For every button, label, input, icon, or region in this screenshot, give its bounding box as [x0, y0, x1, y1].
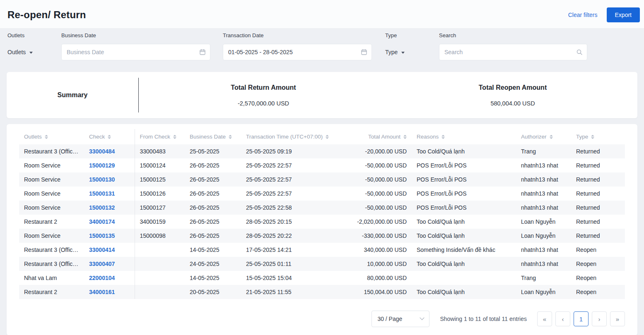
cell-authorizer: nhatnh13 nhat — [516, 187, 571, 201]
column-header-reasons[interactable]: Reasons — [412, 129, 516, 144]
search-icon — [576, 49, 583, 55]
cell-type: Returned — [571, 144, 625, 158]
column-header-check[interactable]: Check — [84, 129, 135, 144]
cell-business-date: 24-05-2025 — [185, 257, 241, 271]
cell-reasons: Too Cold/Quá lạnh — [412, 215, 516, 229]
sort-icon[interactable] — [229, 135, 232, 139]
check-link[interactable]: 33000407 — [89, 261, 115, 267]
cell-check: 15000131 — [84, 187, 135, 201]
cell-check: 15000129 — [84, 158, 135, 172]
outlets-select[interactable]: Outlets — [7, 44, 61, 60]
cell-total-amount: 10,000.00 USD — [350, 257, 412, 271]
clear-filters-link[interactable]: Clear filters — [568, 12, 598, 18]
table-row: Room Service 15000130 15000125 26-05-202… — [19, 172, 625, 187]
column-header-type[interactable]: Type — [571, 129, 625, 144]
cell-total-amount: -50,000.00 USD — [350, 187, 412, 201]
cell-reasons: POS Error/Lỗi POS — [412, 172, 516, 187]
check-link[interactable]: 34000174 — [89, 218, 115, 225]
check-link[interactable]: 15000130 — [89, 176, 115, 183]
business-date-label: Business Date — [61, 32, 210, 38]
check-link[interactable]: 34000161 — [89, 289, 115, 295]
cell-from-check — [135, 257, 185, 271]
cell-transaction-time: 15-05-2025 15:04 — [241, 271, 350, 285]
cell-authorizer: Loan Nguyễn — [516, 285, 571, 299]
filters-bar: Outlets Outlets Business Date Transactio… — [0, 28, 644, 69]
check-link[interactable]: 15000132 — [89, 204, 115, 211]
cell-outlets: Room Service — [19, 229, 84, 243]
cell-outlets: Restaurant 3 (Official) — [19, 243, 84, 257]
next-page-button[interactable]: › — [592, 311, 607, 326]
sort-icon[interactable] — [550, 135, 553, 139]
page-size-select[interactable]: 30 / Page — [371, 311, 429, 327]
outlets-filter-label: Outlets — [7, 32, 61, 38]
cell-total-amount: -330,000.00 USD — [350, 229, 412, 243]
sort-icon[interactable] — [403, 135, 407, 139]
sort-icon[interactable] — [441, 135, 445, 139]
check-link[interactable]: 15000135 — [89, 232, 115, 239]
table-row: Room Service 15000132 15000127 26-05-202… — [19, 201, 625, 215]
results-table: Outlets Check From Check Business Date T… — [19, 129, 625, 299]
sort-icon[interactable] — [108, 135, 111, 139]
summary-title-wrap: Summary — [7, 91, 138, 99]
cell-check: 33000414 — [84, 243, 135, 257]
cell-from-check: 34000159 — [135, 215, 185, 229]
summary-title: Summary — [58, 91, 88, 99]
cell-type: Returned — [571, 158, 625, 172]
transaction-date-label: Transaction Date — [223, 32, 372, 38]
cell-business-date: 26-05-2025 — [185, 229, 241, 243]
table-row: Restaurant 3 (Official) 33000414 14-05-2… — [19, 243, 625, 257]
table-body: Restaurant 3 (Official) 33000484 3300048… — [19, 144, 625, 299]
cell-transaction-time: 25-05-2025 22:58 — [241, 201, 350, 215]
cell-total-amount: 80,000.00 USD — [350, 271, 412, 285]
cell-business-date: 26-05-2025 — [185, 172, 241, 187]
sort-icon[interactable] — [591, 135, 594, 139]
outlets-filter: Outlets Outlets — [7, 32, 61, 60]
cell-type: Returned — [571, 215, 625, 229]
first-page-button[interactable]: « — [537, 311, 552, 326]
column-label: Authorizer — [521, 134, 547, 140]
cell-authorizer: nhatnh13 nhat — [516, 257, 571, 271]
column-header-total-amount[interactable]: Total Amount — [350, 129, 412, 144]
export-button[interactable]: Export — [607, 7, 640, 22]
check-link[interactable]: 15000129 — [89, 162, 115, 169]
cell-transaction-time: 28-05-2025 20:22 — [241, 229, 350, 243]
check-link[interactable]: 15000131 — [89, 190, 115, 197]
type-select-value: Type — [385, 49, 398, 55]
type-select[interactable]: Type — [385, 44, 439, 60]
total-reopen-metric: Total Reopen Amount 580,004.00 USD — [388, 84, 637, 107]
cell-outlets: Room Service — [19, 201, 84, 215]
page-title: Re-open/ Return — [7, 9, 86, 21]
cell-reasons — [412, 271, 516, 285]
column-header-transaction-time[interactable]: Transaction Time (UTC+07:00) — [241, 129, 350, 144]
check-link[interactable]: 33000484 — [89, 148, 115, 155]
cell-type: Reopen — [571, 257, 625, 271]
transaction-date-input[interactable] — [223, 44, 372, 60]
cell-total-amount: -50,000.00 USD — [350, 172, 412, 187]
table-header-row: Outlets Check From Check Business Date T… — [19, 129, 625, 144]
last-page-button[interactable]: » — [610, 311, 625, 326]
column-header-from-check[interactable]: From Check — [135, 129, 185, 144]
column-header-business-date[interactable]: Business Date — [185, 129, 241, 144]
cell-authorizer: nhatnh13 nhat — [516, 172, 571, 187]
column-header-outlets[interactable]: Outlets — [19, 129, 84, 144]
check-link[interactable]: 22000104 — [89, 275, 115, 281]
page-1-button[interactable]: 1 — [574, 311, 589, 326]
cell-business-date: 26-05-2025 — [185, 215, 241, 229]
sort-icon[interactable] — [45, 135, 48, 139]
search-input[interactable] — [439, 44, 587, 60]
page-header: Re-open/ Return Clear filters Export — [0, 0, 644, 28]
business-date-input[interactable] — [61, 44, 210, 60]
check-link[interactable]: 33000414 — [89, 246, 115, 253]
column-label: Type — [576, 134, 588, 140]
cell-total-amount: 340,000.00 USD — [350, 243, 412, 257]
cell-total-amount: -20,000.00 USD — [350, 144, 412, 158]
metric-value: 580,004.00 USD — [490, 100, 535, 107]
cell-check: 15000135 — [84, 229, 135, 243]
cell-outlets: Restaurant 3 (Official) — [19, 144, 84, 158]
total-return-metric: Total Return Amount -2,570,000.00 USD — [139, 84, 388, 107]
sort-icon[interactable] — [173, 135, 176, 139]
column-header-authorizer[interactable]: Authorizer — [516, 129, 571, 144]
sort-icon[interactable] — [326, 135, 329, 139]
prev-page-button[interactable]: ‹ — [555, 311, 570, 326]
header-actions: Clear filters Export — [568, 7, 640, 22]
